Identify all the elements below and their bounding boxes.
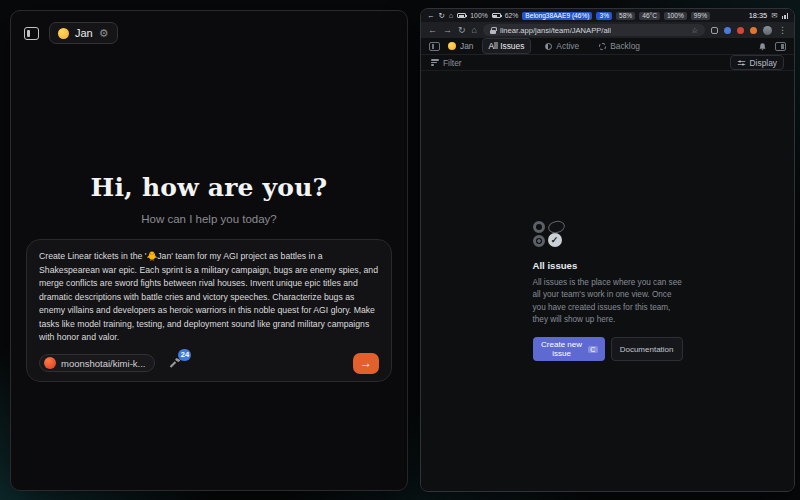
empty-state-description: All issues is the place where you can se… <box>533 277 683 326</box>
team-name: Jan <box>460 41 474 51</box>
nav-back-icon[interactable]: ← <box>428 26 437 35</box>
linear-header-actions <box>758 42 786 51</box>
clock: 18:35 <box>749 11 768 20</box>
prompt-input[interactable]: Create Linear tickets in the '🐥Jan' team… <box>39 250 379 345</box>
notifications-bell-icon[interactable] <box>758 42 767 51</box>
nav-forward-icon[interactable]: → <box>443 26 452 35</box>
wifi-signal-icon <box>782 13 789 19</box>
tab-label: All Issues <box>489 41 525 51</box>
tab-active[interactable]: Active <box>539 39 585 53</box>
shortcut-key: C <box>588 346 598 353</box>
back-icon: ← <box>427 12 435 20</box>
linear-header: Jan All Issues Active Backlog <box>421 38 794 55</box>
device-status-bar: ← ↻ ⌂ 100% 62% Belong38AAE9 (46%) 3% 58%… <box>421 9 794 22</box>
tools-count-badge: 24 <box>178 349 191 361</box>
status-dot-ring-icon <box>533 235 545 247</box>
create-new-issue-button[interactable]: Create new issue C <box>533 337 605 361</box>
tab-backlog[interactable]: Backlog <box>593 39 646 53</box>
chat-header: Jan ⚙ <box>11 11 407 55</box>
gear-icon[interactable]: ⚙ <box>99 28 109 39</box>
chick-emoji-icon <box>448 42 456 50</box>
sidebar-toggle-icon[interactable] <box>429 42 440 51</box>
browser-menu-icon[interactable]: ⋮ <box>778 26 787 35</box>
profile-avatar[interactable] <box>763 26 772 35</box>
issue-status-icons: ✓ <box>533 221 565 247</box>
refresh-icon: ↻ <box>439 12 445 20</box>
percent-badge: 58% <box>616 12 635 20</box>
greeting-heading: Hi, how are you? <box>11 173 407 202</box>
tools-button[interactable]: 24 <box>168 356 183 371</box>
check-icon: ✓ <box>551 235 559 245</box>
display-button[interactable]: Display <box>730 55 784 70</box>
status-ellipse-icon <box>546 219 565 235</box>
filter-button[interactable]: Filter <box>431 58 462 68</box>
battery-percent-right: 62% <box>505 12 519 19</box>
composer-toolbar: moonshotai/kimi-k... 24 → <box>39 353 379 374</box>
battery-icon <box>492 13 501 18</box>
linear-team-label[interactable]: Jan <box>448 41 474 51</box>
page-url[interactable]: linear.app/jansi/team/JANAPP/all <box>500 26 611 35</box>
nav-refresh-icon[interactable]: ↻ <box>458 26 466 35</box>
percent-badge: 99% <box>691 12 710 20</box>
active-status-icon <box>545 43 552 50</box>
tab-label: Backlog <box>610 41 640 51</box>
status-ring-icon <box>533 221 545 233</box>
documentation-button[interactable]: Documentation <box>611 337 683 361</box>
browser-toolbar: ← → ↻ ⌂ linear.app/jansi/team/JANAPP/all… <box>421 22 794 38</box>
temperature-badge: 46°C <box>639 12 660 20</box>
all-issues-empty-state: ✓ All issues All issues is the place whe… <box>533 221 683 361</box>
chick-emoji-icon <box>58 28 69 39</box>
home-icon: ⌂ <box>449 12 454 20</box>
battery-icon <box>457 13 466 18</box>
tab-label: Active <box>556 41 579 51</box>
bookmark-star-icon[interactable]: ☆ <box>691 26 698 35</box>
jan-chat-window: Jan ⚙ Hi, how are you? How can I help yo… <box>10 10 408 491</box>
percent-badge: 3% <box>596 12 612 20</box>
extension-badge-red[interactable] <box>737 27 744 34</box>
extension-badge-orange[interactable] <box>750 27 757 34</box>
lock-icon <box>490 27 496 34</box>
create-label: Create new issue <box>540 340 584 358</box>
network-badge: Belong38AAE9 (46%) <box>522 12 592 20</box>
display-label: Display <box>750 58 777 68</box>
extensions-icon[interactable] <box>711 27 718 34</box>
address-bar[interactable]: linear.app/jansi/team/JANAPP/all ☆ <box>483 24 705 36</box>
team-name: Jan <box>75 27 93 39</box>
empty-state-title: All issues <box>533 260 683 271</box>
linear-filter-bar: Filter Display <box>421 55 794 71</box>
model-name: moonshotai/kimi-k... <box>61 358 145 369</box>
status-done-icon: ✓ <box>548 233 562 247</box>
moonshot-logo-icon <box>44 357 56 369</box>
team-selector[interactable]: Jan ⚙ <box>49 22 118 44</box>
mail-icon: ✉ <box>771 12 777 20</box>
send-arrow-icon: → <box>360 356 372 370</box>
extension-badge-blue[interactable] <box>724 27 731 34</box>
percent-badge: 100% <box>664 12 687 20</box>
filter-icon <box>431 59 439 65</box>
backlog-status-icon <box>599 43 606 50</box>
battery-percent-left: 100% <box>470 12 487 19</box>
greeting-subtitle: How can I help you today? <box>11 213 407 225</box>
sliders-icon <box>737 59 746 67</box>
send-button[interactable]: → <box>353 353 379 374</box>
tab-all-issues[interactable]: All Issues <box>482 38 532 54</box>
chat-composer[interactable]: Create Linear tickets in the '🐥Jan' team… <box>26 239 392 382</box>
sidebar-toggle-icon[interactable] <box>24 27 39 40</box>
model-selector[interactable]: moonshotai/kimi-k... <box>39 354 155 372</box>
right-panel-toggle-icon[interactable] <box>775 42 786 51</box>
browser-window: ← ↻ ⌂ 100% 62% Belong38AAE9 (46%) 3% 58%… <box>420 8 795 492</box>
filter-label: Filter <box>443 58 462 68</box>
empty-state-actions: Create new issue C Documentation <box>533 337 683 361</box>
nav-home-icon[interactable]: ⌂ <box>472 26 477 35</box>
linear-content: ✓ All issues All issues is the place whe… <box>421 71 794 491</box>
